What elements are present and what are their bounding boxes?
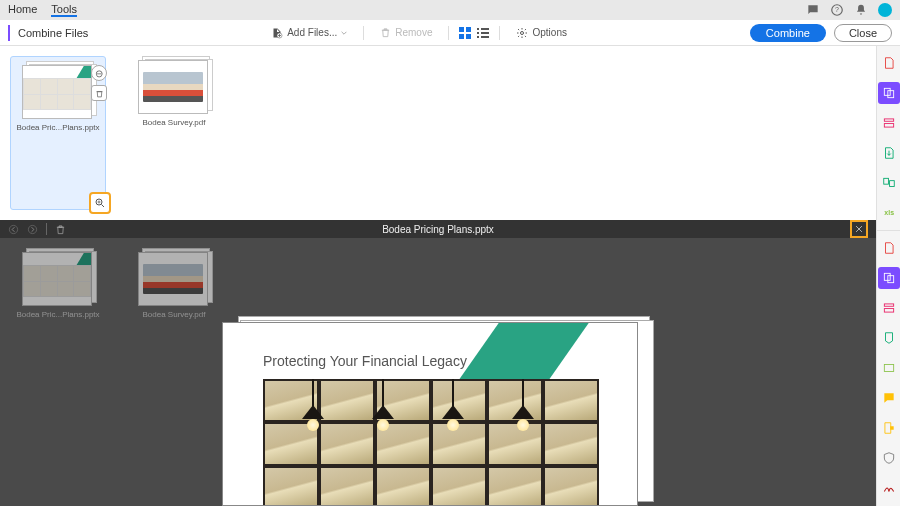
thumbnail-label: Bodea Pric...Plans.pptx (16, 123, 99, 132)
tool-accent (8, 25, 10, 41)
svg-rect-6 (466, 34, 471, 39)
help-icon[interactable]: ? (830, 3, 844, 17)
svg-rect-22 (889, 181, 894, 187)
protect-icon[interactable] (878, 447, 900, 469)
preview-titlebar: Bodea Pricing Plans.pptx (0, 220, 876, 238)
edit-pdf-icon[interactable] (878, 112, 900, 134)
svg-rect-11 (477, 36, 479, 38)
slide-image (263, 379, 599, 506)
svg-rect-3 (459, 27, 464, 32)
zoom-preview-button[interactable] (89, 192, 111, 214)
svg-point-16 (28, 225, 36, 233)
collapse-icon[interactable]: ⊖ (91, 65, 107, 81)
combine-button[interactable]: Combine (750, 24, 826, 42)
avatar[interactable] (878, 3, 892, 17)
tool-icon-4[interactable] (878, 327, 900, 349)
bell-icon[interactable] (854, 3, 868, 17)
svg-text:xls: xls (884, 209, 894, 216)
svg-text:?: ? (835, 6, 839, 13)
trash-icon (380, 27, 391, 38)
svg-rect-5 (459, 34, 464, 39)
export-pdf-icon[interactable] (878, 142, 900, 164)
svg-rect-8 (481, 28, 489, 30)
svg-rect-27 (884, 309, 893, 313)
add-file-icon (271, 27, 283, 39)
app-topbar: Home Tools ? (0, 0, 900, 20)
preview-thumb-plans[interactable]: Bodea Pric...Plans.pptx (10, 248, 106, 319)
prev-page-icon[interactable] (8, 224, 19, 235)
thumbnail-label: Bodea Survey.pdf (142, 310, 205, 319)
create-pdf-icon[interactable] (878, 52, 900, 74)
svg-rect-10 (481, 32, 489, 34)
svg-rect-7 (477, 28, 479, 30)
svg-rect-24 (884, 273, 890, 280)
thumbnail-label: Bodea Pric...Plans.pptx (16, 310, 99, 319)
combine-files-icon[interactable] (878, 82, 900, 104)
chat-icon[interactable] (806, 3, 820, 17)
tab-home[interactable]: Home (8, 3, 37, 17)
tool-icon-3[interactable] (878, 297, 900, 319)
right-rail: xls (876, 46, 900, 506)
sign-icon[interactable] (878, 477, 900, 499)
grid-view-icon[interactable] (457, 25, 473, 41)
toolbar-title: Combine Files (18, 27, 88, 39)
svg-rect-9 (477, 32, 479, 34)
thumbnail-area: Bodea Pric...Plans.pptx ⊖ Bodea Survey.p… (0, 46, 900, 220)
thumbnail-label: Bodea Survey.pdf (142, 118, 205, 127)
tool-icon-1[interactable] (878, 237, 900, 259)
delete-thumb-icon[interactable] (91, 85, 107, 101)
tab-tools[interactable]: Tools (51, 3, 77, 17)
tool-icon-5[interactable] (878, 357, 900, 379)
svg-rect-20 (884, 124, 893, 128)
svg-rect-12 (481, 36, 489, 38)
remove-button[interactable]: Remove (372, 24, 440, 41)
close-icon (854, 224, 864, 234)
svg-rect-28 (884, 365, 893, 372)
next-page-icon[interactable] (27, 224, 38, 235)
send-comments-icon[interactable]: xls (878, 202, 900, 224)
svg-point-15 (9, 225, 17, 233)
svg-rect-21 (883, 178, 888, 184)
thumbnail-bodea-plans[interactable]: Bodea Pric...Plans.pptx ⊖ (10, 56, 106, 210)
close-button[interactable]: Close (834, 24, 892, 42)
preview-trash-icon[interactable] (55, 224, 66, 235)
preview-thumb-survey[interactable]: Bodea Survey.pdf (126, 248, 222, 319)
tool-icon-2[interactable] (878, 267, 900, 289)
svg-rect-29 (890, 426, 894, 430)
list-view-icon[interactable] (475, 25, 491, 41)
svg-rect-18 (887, 91, 893, 98)
organize-pages-icon[interactable] (878, 172, 900, 194)
options-button[interactable]: Options (508, 24, 574, 42)
svg-rect-19 (884, 119, 893, 121)
chevron-down-icon (341, 30, 347, 36)
svg-point-13 (521, 31, 524, 34)
gear-icon (516, 27, 528, 39)
fill-sign-icon[interactable] (878, 417, 900, 439)
svg-rect-25 (887, 276, 893, 283)
thumbnail-bodea-survey[interactable]: Bodea Survey.pdf (126, 56, 222, 210)
comment-icon[interactable] (878, 387, 900, 409)
preview-title: Bodea Pricing Plans.pptx (382, 224, 494, 235)
preview-panel: Bodea Pricing Plans.pptx Bodea Pric...Pl… (0, 220, 876, 506)
svg-rect-26 (884, 304, 893, 306)
svg-rect-17 (884, 88, 890, 95)
add-files-button[interactable]: Add Files... (263, 24, 355, 42)
combine-toolbar: Combine Files Add Files... Remove Option… (0, 20, 900, 46)
svg-rect-4 (466, 27, 471, 32)
preview-document: Protecting Your Financial Legacy (222, 316, 650, 506)
close-preview-button[interactable] (850, 220, 868, 238)
